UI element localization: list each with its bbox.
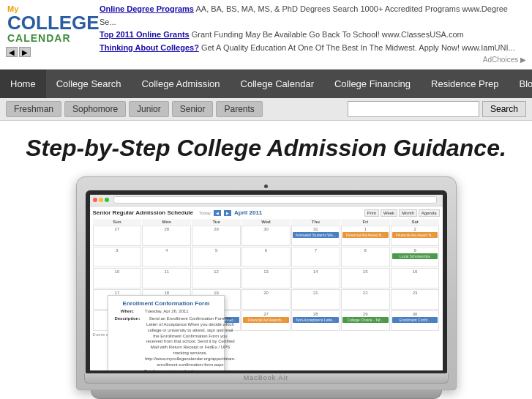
agenda-btn: Agenda [419,209,440,217]
nav-college-admission[interactable]: College Admission [132,70,231,98]
nav-college-search[interactable]: College Search [46,70,132,98]
logo-college: COLLEGE [7,13,92,32]
popup-title: Enrollment Conformation Form [113,300,220,307]
table-row: 4 [142,247,191,267]
header-thu: Thu [291,219,340,225]
table-row: 10 [93,268,142,288]
laptop-screen: Senior Regular Admission Schedule Today … [90,195,443,370]
ad-item-2: Top 2011 Online Grants Grant Funding May… [100,29,526,42]
laptop-brand: MacBook Air [244,374,289,381]
table-row: 30Enrollment Confir... [391,310,440,331]
sub-nav: Freshman Sophomore Junior Senior Parents… [0,98,532,121]
popup-desc-value: Send an Enrollment Confirmation Form on … [145,316,236,368]
table-row: 31Animated Students We... [291,225,340,246]
header-sun: Sun [93,219,142,225]
subnav-junior[interactable]: Junior [129,101,169,117]
hero-section: Step-by-Step College Admission Guidance. [0,121,532,399]
table-row: 22 [341,289,390,310]
ad-link-2[interactable]: Top 2011 Online Grants [100,30,190,39]
calendar-view-buttons: Print Week Month Agenda [364,209,440,217]
calendar-content: Senior Regular Admission Schedule Today … [90,206,443,370]
event-item: Financial Aid Award N... [342,232,389,238]
ad-prev[interactable]: ◀ [6,47,18,57]
main-nav: Home College Search College Admission Co… [0,70,532,98]
popup-when-label: When: [113,309,142,315]
table-row: 16 [391,268,440,288]
subnav-sophomore[interactable]: Sophomore [64,101,126,117]
table-row: 17 Enrollment Conformation Form When: Tu… [93,289,142,310]
minimize-btn-icon [99,198,103,202]
ad-bar: My COLLEGE CALENDAR ◀ ▶ Online Degree Pr… [0,0,532,70]
table-row: 8 [341,247,390,267]
laptop-container: Senior Regular Admission Schedule Today … [22,176,510,399]
table-row: 14 [291,268,340,288]
nav-home[interactable]: Home [0,70,46,98]
subnav-parents[interactable]: Parents [216,101,262,117]
ad-nav[interactable]: ◀ ▶ [6,47,94,57]
table-row: 3 [93,247,142,267]
header-fri: Fri [341,219,390,225]
event-item: Enrollment Confir... [392,317,438,323]
table-row: 9Local Scholarships [391,247,440,267]
popup-desc-label: Description: [113,316,142,368]
hero-title: Step-by-Step College Admission Guidance. [22,135,510,161]
ad-link-1[interactable]: Online Degree Programs [100,4,194,13]
table-row: 28 [142,225,191,246]
laptop-screen-bezel: Senior Regular Admission Schedule Today … [86,190,447,373]
table-row: 15 [341,268,390,288]
ad-choices: AdChoices ▶ [100,54,526,66]
logo-calendar: CALENDAR [7,32,92,44]
table-row: 29 [192,225,241,246]
month-btn: Month [399,209,417,217]
table-row: 23 [391,289,440,310]
table-row: 2Financial Aid Award N... [391,225,440,246]
laptop-body: Senior Regular Admission Schedule Today … [76,176,457,390]
ad-link-3[interactable]: Thinking About Colleges? [100,43,199,52]
today-btn: Today [199,211,211,215]
table-row: 1Financial Aid Award N... [341,225,390,246]
laptop-camera [264,184,268,188]
laptop-foot [91,390,442,399]
ads-area: Online Degree Programs AA, BA, BS, MA, M… [100,3,526,66]
table-row: 12 [192,268,241,288]
table-row: 13 [241,268,291,288]
table-row: 6 [241,247,291,267]
event-item: Financial Aid Awards... [243,317,289,323]
search-area: Search [348,101,526,117]
ad-item-3: Thinking About Colleges? Get A Quality E… [100,42,526,55]
nav-college-financing[interactable]: College Financing [324,70,421,98]
popup-links: more Details copy to my calendar» [113,369,220,370]
nav-residence-prep[interactable]: Residence Prep [421,70,509,98]
header-wed: Wed [241,219,291,225]
calendar-grid: Sun Mon Tue Wed Thu Fri Sat 27 28 29 [93,219,440,331]
event-item: Local Scholarships [392,253,438,259]
nav-blog[interactable]: Blog [509,70,532,98]
search-input[interactable] [348,101,479,117]
close-btn-icon [93,198,97,202]
event-item: College Choice - Taf... [342,317,389,323]
print-btn: Print [364,209,379,217]
subnav-senior[interactable]: Senior [172,101,214,117]
table-row: 27Financial Aid Awards... [241,310,291,331]
table-row: 11 [142,268,191,288]
nav-college-calendar[interactable]: College Calendar [231,70,324,98]
header-mon: Mon [142,219,191,225]
table-row: 28Non-Acceptance Lette... [291,310,340,331]
search-button[interactable]: Search [482,101,526,117]
ad-next[interactable]: ▶ [19,47,31,57]
table-row: 20 [241,289,291,310]
week-btn: Week [381,209,397,217]
laptop-base: MacBook Air [84,373,449,384]
event-item: Animated Students We... [293,232,339,238]
popup-when: When: Tuesday, Apr 26, 2011 [113,309,220,315]
header-tue: Tue [192,219,241,225]
maximize-btn-icon [105,198,109,202]
table-row: 29College Choice - Taf... [341,310,390,331]
subnav-freshman[interactable]: Freshman [6,101,61,117]
table-row: 30 [241,225,291,246]
ad-text-3: Get A Quality Education At One Of The Be… [201,43,515,52]
table-row: 7 [291,247,340,267]
table-row: 21 [291,289,340,310]
popup-desc: Description: Send an Enrollment Confirma… [113,316,220,368]
laptop: Senior Regular Admission Schedule Today … [76,176,457,399]
